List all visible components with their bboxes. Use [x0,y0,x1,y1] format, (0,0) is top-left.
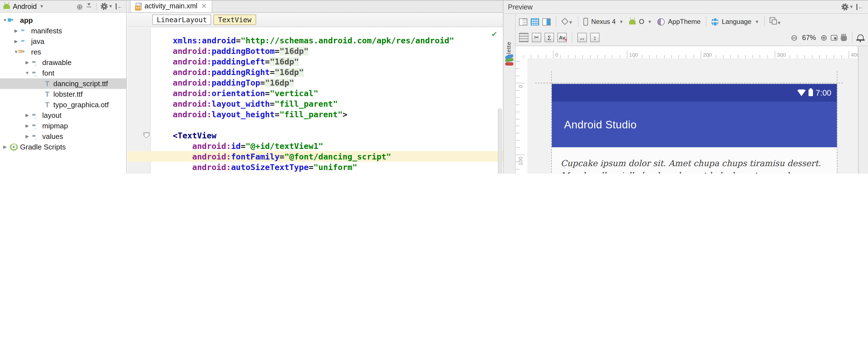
inspection-ok-icon[interactable]: ✔ [491,30,497,38]
code-line: android:layout_height="fill_parent"> [127,109,503,120]
rotate-device-icon[interactable]: ▼ [561,18,573,26]
tree-item-layout[interactable]: ▶layout [0,110,126,121]
chevron-right-icon[interactable]: ▶ [25,60,30,65]
status-time: 7:00 [816,88,831,97]
hide-panel-icon[interactable]: ← [856,4,864,10]
chevron-right-icon[interactable]: ▶ [25,123,30,128]
preview-title: Preview [508,3,533,11]
project-tree[interactable]: ▼app▶manifests▶java▼res▶drawable▼fontTda… [0,13,126,152]
tree-item-gradle-scripts[interactable]: ▶Gradle Scripts [0,142,126,152]
gear-icon[interactable]: ▼ [841,3,854,10]
editor-scrollbar[interactable] [498,108,502,174]
device-screen[interactable]: 7:00 Android Studio Cupcake ipsum dolor … [552,84,837,174]
fontfile-icon: T [43,101,51,108]
expand-horizontal-icon[interactable]: ↔ [577,33,587,42]
tree-item-lobster-ttf[interactable]: Tlobster.ttf [0,89,126,99]
show-layout-bounds-icon[interactable] [519,33,528,42]
code-line: android:autoSizeTextType="uniform" [127,162,503,172]
tab-activity-main-xml[interactable]: activity_main.xml ✕ [130,0,212,12]
android-version-icon [629,19,636,24]
design-view-icon[interactable] [519,18,527,25]
chevron-down-icon[interactable]: ▼ [2,18,8,23]
device-icon [584,18,588,26]
tree-item-label: dancing_script.ttf [53,80,108,88]
chevron-right-icon[interactable]: ▶ [25,113,30,118]
locale-selector[interactable]: Language [722,18,751,26]
collapse-all-icon[interactable] [86,3,92,10]
api-level-selector[interactable]: O [639,18,644,26]
locate-icon[interactable]: ⊕ [76,2,83,10]
tree-item-font[interactable]: ▼font [0,68,126,78]
chevron-down-icon[interactable]: ▼ [619,19,623,24]
tree-item-dancing-script-ttf[interactable]: Tdancing_script.ttf [0,78,126,89]
layout-variant-icon[interactable]: ▼ [770,17,781,26]
theme-selector[interactable]: AppTheme [668,18,701,26]
hide-panel-icon[interactable]: ← [116,3,123,9]
palette-icon[interactable] [505,54,514,68]
breadcrumb-textview[interactable]: TextView [214,14,256,25]
tree-item-typo-graphica-otf[interactable]: Ttypo_graphica.otf [0,99,126,110]
zoom-fit-icon[interactable] [831,35,837,40]
chevron-right-icon[interactable]: ▶ [25,134,30,139]
chevron-down-icon[interactable]: ▼ [39,4,44,9]
code-line: android:id="@+id/textView1" [127,140,503,151]
device-selector[interactable]: Nexus 4 [591,18,616,26]
code-line: android:layout_width="fill_parent" [127,98,503,109]
vertical-ruler: 0100200300 [516,58,527,174]
chevron-right-icon[interactable]: ▶ [13,28,19,33]
preview-body: 0100200300400 0100200300 7:00 Android St… [503,46,868,174]
expand-vertical-icon[interactable]: ↕ [590,33,599,42]
project-view-selector[interactable]: Android [13,2,37,10]
code-line: android:paddingLeft="16dp" [127,56,503,67]
tree-item-drawable[interactable]: ▶drawable [0,57,126,68]
notifications-bell-icon[interactable] [858,34,864,40]
tree-item-label: manifests [31,27,62,35]
chevron-down-icon[interactable]: ▼ [13,50,19,55]
tab-label: activity_main.xml [145,2,197,10]
tree-item-label: Gradle Scripts [20,143,66,151]
ruler-label: 300 [777,52,786,58]
chevron-down-icon[interactable]: ▼ [755,19,759,24]
sigma-icon[interactable]: Σ [545,33,554,42]
tree-item-manifests[interactable]: ▶manifests [0,26,126,36]
canvas-right-margin [859,46,868,174]
battery-icon [809,90,813,96]
chevron-right-icon[interactable]: ▶ [13,39,19,44]
chevron-down-icon[interactable]: ▼ [25,70,30,75]
android-studio-window: Android ▼ ⊕ ▼ ← ▼app▶manifests▶java▼res▶… [0,0,868,174]
code-line: android:orientation="vertical" [127,88,503,98]
fontfile-icon: T [43,80,51,88]
both-views-icon[interactable] [542,18,551,25]
code-editor[interactable]: ✔ xmlns:android="http://schemas.android.… [127,28,503,174]
tree-item-label: mipmap [42,122,68,130]
preview-toolbar-row1: ▼ Nexus 4 ▼ O ▼ AppTheme Language ▼ ▼ [503,14,868,29]
breadcrumb-linearlayout[interactable]: LinearLayout [152,14,212,25]
wifi-icon [798,90,806,96]
tree-item-java[interactable]: ▶java [0,36,126,47]
theme-icon [657,18,664,25]
gear-icon[interactable]: ▼ [100,3,113,10]
pan-icon[interactable] [841,36,847,41]
tree-item-app[interactable]: ▼app [0,15,126,26]
xml-file-icon [135,2,142,10]
chevron-down-icon[interactable]: ▼ [647,19,652,24]
tree-item-res[interactable]: ▼res [0,47,126,57]
tree-item-label: layout [42,111,61,120]
horizontal-ruler: 0100200300400 [516,46,858,58]
clear-text-icon[interactable]: Av [557,33,567,42]
tree-item-mipmap[interactable]: ▶mipmap [0,121,126,131]
fold-marker-icon[interactable] [127,132,151,138]
code-line: android:paddingTop="16dp" [127,77,503,88]
tree-item-label: app [20,16,33,25]
selection-guide-top [535,83,843,83]
blueprint-view-icon[interactable] [531,18,539,25]
code-line: <TextView [127,130,503,140]
zoom-out-icon[interactable]: ⊖ [791,33,798,42]
selection-guide-right [837,71,837,174]
close-icon[interactable]: ✕ [201,2,207,10]
chevron-right-icon[interactable]: ▶ [2,145,8,150]
clip-icon[interactable]: ✂ [532,33,541,42]
zoom-in-icon[interactable]: ⊕ [820,33,828,42]
tree-item-values[interactable]: ▶values [0,131,126,142]
fontfile-icon: T [43,90,51,98]
